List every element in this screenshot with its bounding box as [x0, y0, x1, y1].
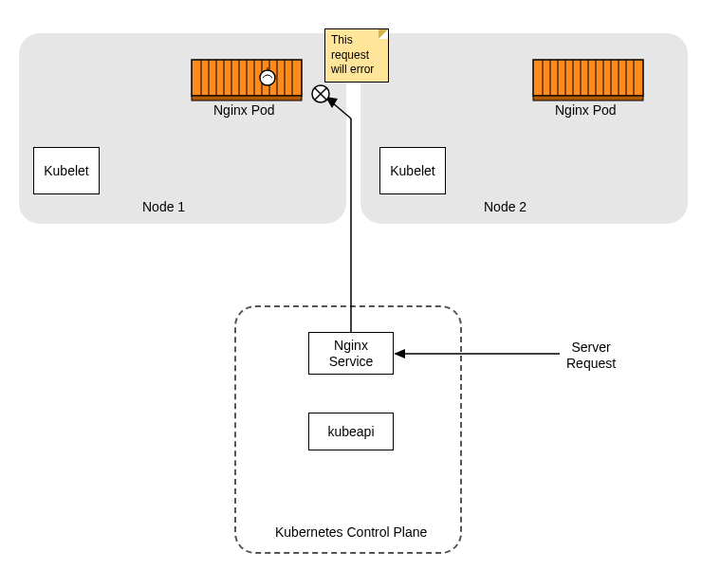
container-icon-node-2 [531, 52, 645, 104]
kubelet-box-1: Kubelet [33, 147, 100, 194]
note-line-3: will error [331, 63, 374, 76]
nginx-service-label: Nginx Service [329, 338, 374, 370]
server-request-label: Server Request [566, 340, 616, 372]
note-line-2: request [331, 48, 369, 62]
kubeapi-box: kubeapi [308, 413, 394, 450]
nginx-service-box: Nginx Service [308, 332, 394, 375]
svg-rect-16 [533, 96, 643, 101]
kubelet-label-2: Kubelet [390, 163, 434, 178]
container-icon-node-1 [190, 52, 304, 104]
node-2-label: Node 2 [484, 199, 526, 214]
error-note: This request will error [324, 28, 389, 83]
kubelet-box-2: Kubelet [379, 147, 446, 194]
pod-label-1: Nginx Pod [213, 102, 275, 118]
pod-label-2: Nginx Pod [555, 102, 617, 118]
note-line-1: This [331, 33, 353, 46]
kubelet-label-1: Kubelet [44, 163, 88, 178]
kubeapi-label: kubeapi [327, 424, 374, 440]
node-1-label: Node 1 [142, 199, 185, 214]
svg-rect-1 [192, 96, 302, 101]
control-plane-label: Kubernetes Control Plane [275, 524, 427, 541]
